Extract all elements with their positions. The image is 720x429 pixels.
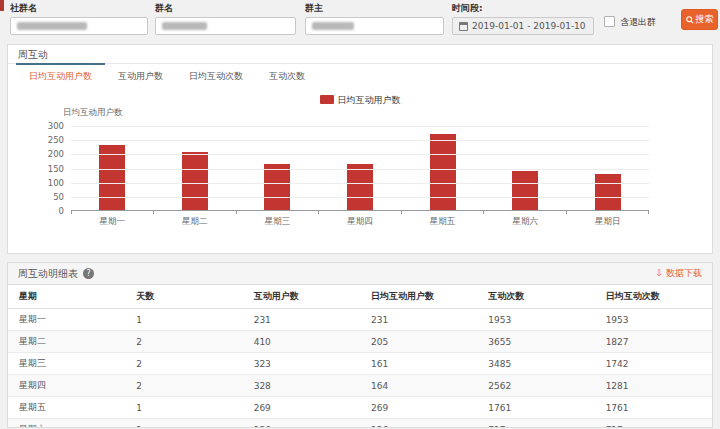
table-cell: 星期五 <box>8 397 125 419</box>
x-axis-tick-marks <box>71 211 649 214</box>
search-button-label: 搜索 <box>696 13 714 26</box>
y-tick-label: 300 <box>48 121 64 131</box>
table-cell: 2 <box>125 331 242 353</box>
table-cell: 1953 <box>595 309 712 331</box>
tab-inactive[interactable]: 互动用户数 <box>105 64 176 88</box>
table-cell: 2 <box>125 353 242 375</box>
column-header: 天数 <box>125 285 242 309</box>
table-cell: 3485 <box>477 353 594 375</box>
table-cell: 1 <box>125 397 242 419</box>
bar-星期三[interactable] <box>264 164 290 210</box>
search-button[interactable]: 搜索 <box>681 9 718 30</box>
x-axis-label: 星期一 <box>71 216 154 228</box>
data-download-link[interactable]: ⇩ 数据下载 <box>655 267 702 280</box>
table-cell: 205 <box>360 331 477 353</box>
table-cell: 1281 <box>595 375 712 397</box>
x-axis-tick <box>567 211 649 214</box>
legend-swatch <box>320 95 334 104</box>
legend-label: 日均互动用户数 <box>338 95 401 105</box>
tab-inactive[interactable]: 互动次数 <box>256 64 318 88</box>
magnifier-icon <box>686 16 694 24</box>
table-cell: 2 <box>125 375 242 397</box>
x-axis-tick <box>237 211 319 214</box>
table-cell: 星期一 <box>8 309 125 331</box>
table-cell: 161 <box>360 353 477 375</box>
x-axis-label: 星期日 <box>566 216 649 228</box>
column-header: 日均互动次数 <box>595 285 712 309</box>
table-cell: 1761 <box>477 397 594 419</box>
group-name-input[interactable] <box>155 17 296 35</box>
column-header: 日均互动用户数 <box>360 285 477 309</box>
table-cell: 717 <box>477 419 594 429</box>
table-cell: 136 <box>243 419 360 429</box>
table-row: 星期一123123119531953 <box>8 309 712 331</box>
y-tick-label: 200 <box>48 149 64 159</box>
x-axis-label: 星期四 <box>319 216 402 228</box>
question-circle-icon[interactable]: ? <box>83 268 94 279</box>
date-range-picker[interactable]: 2019-01-01 - 2019-01-10 <box>452 17 594 35</box>
group-owner-field-group: 群主 <box>305 2 444 35</box>
community-name-label: 社群名 <box>10 2 148 15</box>
group-name-field-group: 群名 <box>155 2 296 35</box>
chart-plot-area <box>71 126 649 211</box>
table-row: 星期二241020536551827 <box>8 331 712 353</box>
download-label: 数据下载 <box>666 267 702 280</box>
y-tick-label: 250 <box>48 135 64 145</box>
bar-星期日[interactable] <box>595 174 621 210</box>
table-cell: 2562 <box>477 375 594 397</box>
community-name-input[interactable] <box>10 17 148 35</box>
bar-星期六[interactable] <box>512 171 538 210</box>
tab-inactive[interactable]: 日均互动次数 <box>176 64 256 88</box>
include-exited-groups-checkbox[interactable] <box>604 16 615 27</box>
y-tick-label: 150 <box>48 164 64 174</box>
gridline <box>71 183 649 184</box>
table-cell: 410 <box>243 331 360 353</box>
table-cell: 1742 <box>595 353 712 375</box>
group-owner-input[interactable] <box>305 17 444 35</box>
table-cell: 231 <box>360 309 477 331</box>
calendar-icon <box>459 22 468 31</box>
table-cell: 星期四 <box>8 375 125 397</box>
gridline <box>71 154 649 155</box>
gridline <box>71 169 649 170</box>
panel-title: 周互动 <box>8 45 712 64</box>
x-axis-tick <box>71 211 154 214</box>
table-cell: 269 <box>243 397 360 419</box>
table-row: 星期五126926917611761 <box>8 397 712 419</box>
bar-星期二[interactable] <box>182 152 208 210</box>
chart-legend[interactable]: 日均互动用户数 <box>8 94 712 107</box>
bar-星期五[interactable] <box>430 134 456 210</box>
group-owner-label: 群主 <box>305 2 444 15</box>
x-axis-tick <box>319 211 401 214</box>
table-cell: 164 <box>360 375 477 397</box>
weekly-detail-table-panel: 周互动明细表 ? ⇩ 数据下载 星期天数互动用户数日均互动用户数互动次数日均互动… <box>7 262 713 428</box>
table-cell: 1761 <box>595 397 712 419</box>
table-cell: 136 <box>360 419 477 429</box>
chart-tabs: 日均互动用户数互动用户数日均互动次数互动次数 <box>8 64 712 88</box>
table-cell: 1953 <box>477 309 594 331</box>
table-cell: 269 <box>360 397 477 419</box>
time-range-label: 时间段: <box>452 2 594 15</box>
column-header: 星期 <box>8 285 125 309</box>
table-cell: 星期三 <box>8 353 125 375</box>
y-tick-label: 0 <box>59 206 64 216</box>
detail-table-title: 周互动明细表 <box>18 267 78 281</box>
weekly-interaction-panel: 周互动 日均互动用户数互动用户数日均互动次数互动次数 日均互动用户数 日均互动用… <box>7 44 713 254</box>
tab-active[interactable]: 日均互动用户数 <box>16 64 105 88</box>
x-axis-label: 星期五 <box>401 216 484 228</box>
x-axis-tick <box>484 211 566 214</box>
community-name-field-group: 社群名 <box>10 2 148 35</box>
time-range-field-group: 时间段: 2019-01-01 - 2019-01-10 <box>452 2 594 35</box>
table-cell: 星期六 <box>8 419 125 429</box>
table-row: 星期三232316134851742 <box>8 353 712 375</box>
detail-table-header: 周互动明细表 ? ⇩ 数据下载 <box>8 263 712 285</box>
column-header: 互动次数 <box>477 285 594 309</box>
table-cell: 1 <box>125 419 242 429</box>
group-name-label: 群名 <box>155 2 296 15</box>
x-axis-tick <box>154 211 236 214</box>
y-tick-label: 50 <box>53 192 64 202</box>
bar-星期四[interactable] <box>347 164 373 210</box>
table-cell: 1 <box>125 309 242 331</box>
table-cell: 323 <box>243 353 360 375</box>
gridline <box>71 140 649 141</box>
